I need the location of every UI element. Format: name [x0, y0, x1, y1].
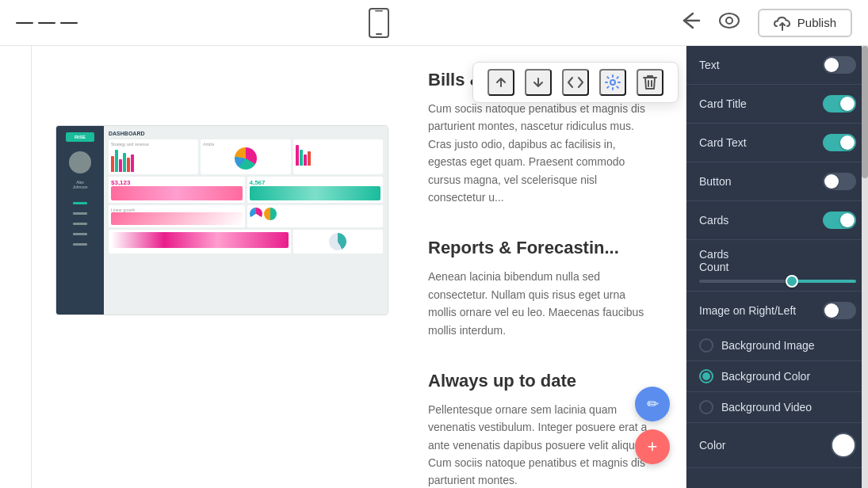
mobile-icon — [368, 8, 390, 38]
publish-label: Publish — [797, 16, 836, 29]
text-toggle-thumb — [824, 58, 839, 72]
move-up-button[interactable] — [488, 69, 514, 96]
preview-icon[interactable] — [718, 13, 740, 32]
image-direction-toggle-track — [823, 302, 856, 319]
background-image-label: Background Image — [721, 339, 815, 352]
cards-setting-label: Cards — [699, 214, 728, 227]
card-text-setting-label: Card Text — [699, 136, 747, 149]
gear-icon — [605, 74, 621, 90]
card-text-toggle-thumb — [840, 135, 855, 150]
setting-row-cards: Cards — [686, 201, 868, 240]
mini-charts: Strategy and revenue — [109, 139, 383, 174]
image-direction-toggle-thumb — [824, 303, 839, 318]
menu-line-1 — [16, 22, 33, 24]
card-text-toggle-track — [823, 134, 856, 151]
mini-content: DASHBOARD Strategy and revenue — [104, 126, 388, 315]
topbar-right: Publish — [680, 9, 852, 37]
background-color-row[interactable]: Background Color — [686, 361, 868, 392]
content-sections: Bills & Scheduled Tran... Cum sociis nat… — [428, 70, 654, 488]
svg-point-4 — [720, 13, 739, 28]
background-image-row[interactable]: Background Image — [686, 330, 868, 361]
svg-point-6 — [610, 80, 615, 85]
code-button[interactable] — [562, 69, 589, 96]
setting-row-image-direction: Image on Right/Left — [686, 292, 868, 330]
trash-icon — [643, 74, 657, 90]
color-label: Color — [699, 439, 725, 452]
upload-icon — [774, 15, 791, 31]
background-video-radio[interactable] — [699, 400, 713, 414]
mini-avatar — [69, 151, 91, 173]
setting-row-card-text: Card Text — [686, 124, 868, 162]
svg-point-5 — [726, 17, 732, 24]
background-color-radio[interactable] — [699, 369, 713, 383]
button-toggle-track — [823, 173, 856, 190]
text-setting-label: Text — [699, 59, 720, 71]
section-reports: Reports & Forecastin... Aenean lacinia b… — [428, 238, 654, 339]
button-setting-label: Button — [699, 175, 731, 188]
section-bills-body: Cum sociis natoque penatibus et magnis d… — [428, 100, 654, 206]
background-color-label: Background Color — [721, 370, 810, 383]
svg-rect-1 — [376, 33, 382, 35]
image-direction-label: Image on Right/Left — [699, 304, 796, 317]
menu-line-2 — [38, 22, 55, 24]
move-down-icon — [531, 75, 545, 90]
cards-toggle-track — [823, 212, 856, 229]
fab-container: ✏ + — [635, 387, 670, 464]
cards-count-slider[interactable] — [699, 280, 856, 283]
cards-toggle-thumb — [840, 213, 855, 227]
background-video-label: Background Video — [721, 401, 812, 414]
section-uptodate: Always up to date Pellentesque ornare se… — [428, 371, 654, 488]
text-toggle[interactable] — [823, 56, 856, 74]
mini-logo: RISE — [66, 132, 94, 142]
device-preview[interactable] — [368, 8, 390, 38]
code-icon — [568, 76, 583, 89]
setting-row-card-title: Card Title — [686, 85, 868, 124]
move-up-icon — [494, 75, 508, 90]
card-title-toggle-thumb — [840, 97, 855, 111]
slider-container — [699, 280, 856, 283]
move-down-button[interactable] — [525, 69, 552, 96]
back-icon[interactable] — [680, 12, 701, 33]
card-text-toggle[interactable] — [823, 134, 856, 151]
content-area: RISE AlexJohnson DASHBOARD — [32, 46, 686, 488]
topbar: Publish — [0, 0, 868, 46]
button-toggle-thumb — [824, 174, 839, 189]
section-uptodate-body: Pellentesque ornare sem lacinia quam ven… — [428, 401, 654, 488]
edit-fab[interactable]: ✏ — [635, 387, 670, 421]
cards-count-label: CardsCount — [699, 248, 856, 273]
card-title-toggle[interactable] — [823, 95, 856, 112]
background-video-row[interactable]: Background Video — [686, 392, 868, 423]
main-area: RISE AlexJohnson DASHBOARD — [0, 46, 868, 488]
color-swatch[interactable] — [831, 433, 856, 458]
mini-sidebar: RISE AlexJohnson — [56, 126, 104, 315]
svg-rect-0 — [369, 9, 388, 37]
background-image-radio[interactable] — [699, 338, 713, 353]
setting-row-button: Button — [686, 162, 868, 201]
delete-button[interactable] — [637, 69, 663, 96]
color-row: Color — [686, 423, 868, 468]
edit-icon: ✏ — [647, 395, 659, 413]
setting-row-text: Text — [686, 46, 868, 85]
scroll-indicator[interactable] — [862, 46, 868, 488]
card-title-setting-label: Card Title — [699, 97, 747, 110]
cards-toggle[interactable] — [823, 212, 856, 229]
image-direction-toggle[interactable] — [823, 302, 856, 319]
section-reports-title: Reports & Forecastin... — [428, 238, 654, 258]
settings-panel: Text Card Title — [686, 46, 868, 488]
hamburger-menu[interactable] — [16, 20, 78, 26]
publish-button[interactable]: Publish — [758, 9, 852, 37]
menu-line-3 — [60, 22, 78, 24]
scroll-thumb — [862, 46, 868, 178]
section-reports-body: Aenean lacinia bibendum nulla sed consec… — [428, 268, 654, 339]
button-toggle[interactable] — [823, 173, 856, 190]
add-fab[interactable]: + — [635, 429, 670, 464]
text-toggle-track — [823, 56, 856, 74]
settings-button[interactable] — [599, 69, 626, 96]
floating-toolbar — [472, 62, 679, 103]
cards-count-row: CardsCount — [686, 240, 868, 292]
card-title-toggle-track — [823, 95, 856, 112]
svg-rect-2 — [375, 10, 383, 12]
left-sidebar — [0, 46, 32, 488]
section-uptodate-title: Always up to date — [428, 371, 654, 391]
add-icon: + — [648, 437, 658, 457]
